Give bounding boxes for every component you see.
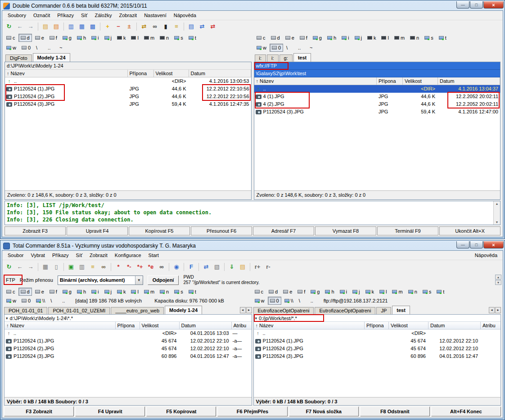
column-velikost[interactable]: Velikost [154, 70, 189, 77]
f7-mkdir-button[interactable]: F7 Nová složka [289, 406, 359, 416]
parent-dir-button[interactable]: .. [308, 297, 319, 305]
drive-h-button[interactable]: h [75, 288, 88, 296]
transfer-mode-select[interactable]: Binární (archivy, dokument) ▼ [58, 275, 143, 285]
column-pripona[interactable]: Přípona [128, 70, 154, 77]
path-dropdown-icon[interactable]: ▾ [255, 316, 257, 321]
drive-j-button[interactable]: j [102, 288, 114, 296]
f5-copy-button[interactable]: F5 Kopírovat [146, 406, 216, 416]
drive-g-button[interactable]: g [308, 288, 322, 296]
ftp-connect-icon[interactable]: ⇄ [197, 22, 207, 32]
parent-dir-button[interactable]: .. [60, 297, 71, 305]
notes-icon[interactable]: ≡ [171, 22, 181, 32]
close-button[interactable]: × [483, 241, 504, 248]
menu-zobrazit[interactable]: Zobrazit [86, 251, 111, 260]
current-path-bar[interactable]: \GalaxyS2\jp\Work\test [254, 70, 500, 77]
drive-t-button[interactable]: t [186, 288, 198, 296]
column-nazev[interactable]: ↑Název [254, 77, 377, 85]
drive-e-button[interactable]: e [33, 288, 46, 296]
tab-g[interactable]: g: [280, 54, 293, 62]
path-dropdown-icon[interactable]: ▾ [6, 316, 8, 321]
refresh-icon[interactable]: ↻ [4, 262, 14, 272]
save-selection-icon[interactable]: r+ [252, 262, 262, 272]
tab-next-icon[interactable]: ▸ [495, 307, 501, 313]
drive-i-button[interactable]: i [339, 34, 351, 42]
current-path-bar[interactable]: ▾ d:\JP\Work\z\Modely 1-24\*.* [5, 315, 252, 322]
ftp-disconnect-icon[interactable]: ⇄ [208, 22, 218, 32]
menu-napoveda[interactable]: Nápověda [471, 251, 501, 260]
root-dir-button[interactable]: \ [48, 297, 59, 305]
drive-l-button[interactable]: l [379, 34, 391, 42]
column-datum[interactable]: Datum [428, 322, 481, 329]
drive-h-button[interactable]: h [323, 288, 336, 296]
file-row[interactable]: P1120524 (2).JPG 45 674 12.02.2012 22:10 [254, 345, 501, 352]
home-dir-button[interactable]: ~ [307, 44, 318, 52]
f4-edit-button[interactable]: F4 Upravit [75, 406, 145, 416]
drive-e-button[interactable]: e [283, 34, 297, 42]
drive-w-button[interactable]: w [4, 297, 18, 305]
network-neighborhood-button[interactable]: \\ [34, 297, 47, 305]
drive-n-button[interactable]: n [408, 34, 421, 42]
menu-nastaveni[interactable]: Nastavení [140, 11, 170, 20]
minimize-button[interactable]: — [456, 241, 469, 248]
menu-sit[interactable]: Síť [77, 11, 91, 20]
disconnect-button[interactable]: Odpojení [148, 275, 179, 285]
tab-modely-1-24[interactable]: Modely 1-24 [33, 53, 70, 62]
drive-d-button[interactable]: d [266, 288, 280, 296]
back-icon[interactable]: ← [15, 262, 25, 272]
drive-f-button[interactable]: f [295, 288, 307, 296]
select-minus-icon[interactable]: − [113, 22, 123, 32]
drive-t-button[interactable]: t [186, 34, 198, 42]
minimize-button[interactable]: — [456, 1, 469, 9]
file-row-updir-selected[interactable]: ↑.. <DIR> 4.1.2016 13:04:37 [254, 85, 500, 93]
home-dir-button[interactable]: ~ [57, 44, 68, 52]
file-row-updir[interactable]: ↑.. <DIR> [254, 330, 501, 337]
file-row[interactable]: P1120524 (1).JPG JPG 44,6 K 12.2.2012 22… [5, 85, 251, 93]
tab-eutrofizace-2[interactable]: EutrofizaceOptOpatreni [315, 307, 375, 314]
grid-view-icon[interactable]: ▦ [41, 262, 50, 272]
f3-view-button[interactable]: F3 Zobrazit [4, 406, 74, 416]
drive-0-button[interactable]: 0 [19, 297, 33, 305]
terminal-icon[interactable]: ▮ [161, 22, 171, 32]
folder-search-icon[interactable]: ∞ [99, 262, 108, 272]
menu-zobrazit[interactable]: Zobrazit [115, 11, 140, 20]
drive-i-button[interactable]: i [338, 288, 349, 296]
drive-w-button[interactable]: w [254, 44, 269, 52]
f4-edit-button[interactable]: Upravit F4 [67, 226, 128, 235]
column-velikost[interactable]: Velikost [389, 322, 428, 329]
column-pripona[interactable]: Přípona [365, 322, 389, 329]
f6-move-button[interactable]: Přesunout F6 [191, 226, 252, 235]
drive-k-button[interactable]: k [365, 34, 379, 42]
tab-digfoto[interactable]: DigFoto [5, 54, 32, 62]
drive-e-button[interactable]: e [33, 34, 46, 42]
title-bar[interactable]: Double Commander 0.6.6 beta build 6327M;… [0, 0, 505, 10]
drive-c-button[interactable]: c [4, 288, 18, 296]
file-row[interactable]: P1120524 (3).JPG 60 896 04.01.2016 12:47… [5, 352, 252, 360]
drive-c-button[interactable]: c [4, 34, 18, 42]
altx-exit-button[interactable]: Ukončit Alt+X [439, 226, 500, 235]
folder-copy-icon[interactable]: ▤ [51, 22, 61, 32]
close-button[interactable]: × [483, 1, 504, 9]
drive-f-button[interactable]: f [47, 288, 59, 296]
menu-napoveda[interactable]: Nápověda [170, 11, 200, 20]
drive-0-button[interactable]: 0 [270, 44, 283, 52]
root-dir-button[interactable]: \ [34, 44, 45, 52]
f8-delete-button[interactable]: Vymazat F8 [315, 226, 376, 235]
drive-e-button[interactable]: e [281, 288, 294, 296]
tab-prev-icon[interactable]: ◂ [489, 307, 495, 313]
file-row-updir[interactable]: ↑.. <DIR> 4.1.2016 13:00:53 [5, 77, 251, 85]
f8-delete-button[interactable]: F8 Odstranit [360, 406, 430, 416]
drive-t-button[interactable]: t [434, 288, 446, 296]
drive-n-button[interactable]: n [158, 288, 171, 296]
f3-view-button[interactable]: Zobrazit F3 [5, 226, 66, 235]
tab-test[interactable]: test [293, 53, 311, 62]
scroll-up-icon[interactable]: ▲ [495, 275, 501, 280]
drive-i-button[interactable]: i [89, 34, 101, 42]
column-atributy[interactable]: Atribu [481, 322, 500, 329]
drive-n-button[interactable]: n [158, 34, 171, 42]
drive-k-button[interactable]: k [115, 34, 128, 42]
folder-open-icon[interactable]: ▤ [41, 22, 50, 32]
drive-g-button[interactable]: g [60, 288, 74, 296]
scroll-down-icon[interactable]: ▼ [496, 221, 499, 224]
drive-d-button[interactable]: d [269, 34, 282, 42]
drive-t-button[interactable]: t [437, 34, 449, 42]
